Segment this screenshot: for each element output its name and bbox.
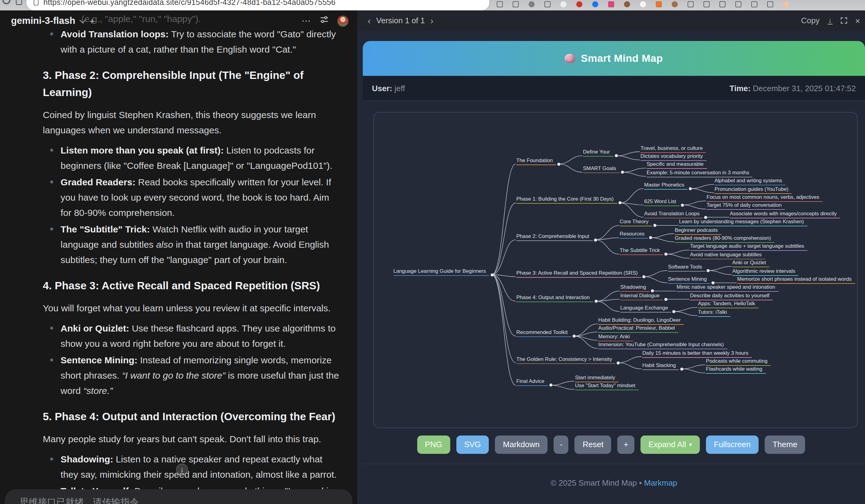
svg-button[interactable]: SVG: [456, 435, 489, 454]
mindmap-node[interactable]: The Foundation: [516, 157, 556, 165]
mindmap-node[interactable]: The Golden Rule: Consistency > Intensity: [516, 356, 615, 364]
mindmap-node[interactable]: Audio/Practical: Pimsleur, Babbel: [598, 325, 678, 333]
mindmap-node[interactable]: Tutors: iTalki: [698, 308, 730, 317]
mindmap-node-dot[interactable]: [616, 361, 619, 364]
version-next-icon[interactable]: ›: [430, 16, 434, 24]
png-button[interactable]: PNG: [417, 435, 450, 454]
-button[interactable]: +: [618, 435, 634, 454]
mindmap-node[interactable]: Shadowing: [620, 284, 650, 292]
mindmap-node[interactable]: Avoid native language subtitles: [690, 251, 765, 259]
mindmap-node[interactable]: Pronunciation guides (YouTube): [715, 186, 792, 194]
address-bar[interactable]: https://open-webui.yangtzedaidata.site/c…: [26, 0, 489, 10]
mindmap-node-dot[interactable]: [672, 310, 675, 313]
mindmap-node[interactable]: Associate words with images/concepts dir…: [730, 210, 840, 218]
message-input[interactable]: 思维接口已就绪，请传输指令。: [5, 489, 353, 504]
mindmap-node[interactable]: Sentence Mining: [668, 276, 710, 284]
mindmap-node[interactable]: Internal Dialogue: [620, 292, 663, 300]
mindmap-node[interactable]: Language Learning Guide for Beginners: [393, 268, 489, 276]
mindmap-node[interactable]: Learn by understanding messages (Stephen…: [679, 218, 807, 226]
mindmap-node[interactable]: Language Exchange: [620, 305, 671, 313]
scroll-to-bottom-button[interactable]: ↓: [176, 464, 188, 475]
mindmap-node[interactable]: Graded readers (80-90% comprehension): [675, 235, 774, 243]
mindmap-node[interactable]: Focus on most common nouns, verbs, adjec…: [706, 194, 823, 202]
model-name[interactable]: gemini-3-flash: [11, 15, 75, 26]
mindmap-node[interactable]: Daily 15 minutes is better than weekly 3…: [642, 350, 752, 358]
expand-icon[interactable]: [841, 17, 847, 24]
mindmap-node[interactable]: Start immediately: [575, 374, 619, 382]
mindmap-node[interactable]: Use "Start Today" mindset: [575, 382, 639, 390]
mindmap-node[interactable]: Podcasts while commuting: [706, 358, 771, 366]
new-chat-button[interactable]: +: [89, 15, 95, 26]
mindmap-node-dot[interactable]: [664, 253, 667, 256]
download-icon[interactable]: ↓: [828, 17, 833, 24]
mindmap-node[interactable]: Avoid Translation Loops: [644, 210, 703, 218]
expand-all-button[interactable]: Expand All▾: [641, 435, 700, 454]
user-avatar[interactable]: [337, 15, 349, 27]
theme-button[interactable]: Theme: [765, 435, 805, 454]
scissors-icon[interactable]: [767, 1, 773, 7]
mindmap-node-dot[interactable]: [664, 297, 667, 301]
mindmap-node[interactable]: Final Advice: [516, 378, 548, 386]
mindmap-node[interactable]: Immersion: YouTube (Comprehensible Input…: [598, 341, 727, 349]
mindmap-node-dot[interactable]: [706, 269, 709, 272]
tab-overview-icon[interactable]: [16, 0, 22, 5]
mindmap-node[interactable]: Example: 5-minute conversation in 3 mont…: [647, 169, 752, 177]
extension-icon[interactable]: [608, 1, 614, 7]
mindmap-node-dot[interactable]: [621, 171, 624, 174]
extension-icon[interactable]: [640, 1, 646, 7]
mindmap-node[interactable]: The Subtitle Trick: [620, 247, 663, 255]
extension-icon[interactable]: [512, 1, 519, 7]
copy-icon[interactable]: [735, 1, 741, 7]
mindmap-node[interactable]: SMART Goals: [583, 165, 620, 173]
mindmap-node[interactable]: Resources: [620, 231, 648, 238]
mindmap-node-dot[interactable]: [704, 215, 707, 219]
mindmap-node-dot[interactable]: [572, 335, 575, 338]
mindmap-node[interactable]: Beginner podcasts: [675, 227, 721, 235]
controls-sliders-icon[interactable]: [319, 15, 329, 27]
mindmap-node-dot[interactable]: [681, 203, 684, 207]
mindmap-node[interactable]: Habit Building: Duolingo, LingoDeer: [598, 317, 684, 325]
mindmap-node[interactable]: Algorithmic review intervals: [732, 268, 798, 276]
more-options-icon[interactable]: ⋯: [302, 15, 311, 26]
mindmap-node[interactable]: Mimic native speaker speed and intonatio…: [677, 284, 779, 292]
close-icon[interactable]: ×: [855, 15, 860, 25]
mindmap-node-dot[interactable]: [711, 281, 714, 284]
mindmap-node-dot[interactable]: [594, 238, 597, 241]
mindmap-node[interactable]: Habit Stacking: [642, 362, 679, 370]
mindmap-node-dot[interactable]: [557, 162, 560, 165]
mindmap-node[interactable]: Phase 1: Building the Core (First 30 Day…: [516, 196, 617, 204]
mindmap-node[interactable]: Specific and measurable: [647, 161, 707, 169]
mindmap-node[interactable]: Apps: Tandem, HelloTalk: [698, 300, 759, 308]
mindmap-node[interactable]: Software Tools: [668, 263, 705, 272]
extension-icon[interactable]: [656, 1, 662, 7]
fullscreen-button[interactable]: Fullscreen: [706, 435, 759, 454]
extension-icon[interactable]: [497, 1, 503, 7]
search-icon[interactable]: [529, 1, 535, 7]
extension-icon[interactable]: [560, 1, 566, 7]
reset-button[interactable]: Reset: [575, 435, 611, 454]
mindmap-node[interactable]: Travel, business, or culture: [641, 145, 706, 153]
mindmap-node[interactable]: Memorize short phrases instead of isolat…: [737, 276, 855, 284]
mindmap-node[interactable]: Target 75% of daily conversation: [706, 202, 785, 210]
copy-button[interactable]: Copy: [801, 16, 820, 25]
mindmap-node-dot[interactable]: [689, 187, 692, 190]
bookmark-star-icon[interactable]: [544, 1, 551, 7]
mindmap-node[interactable]: Master Phonetics: [644, 181, 688, 190]
mindmap-node[interactable]: Memory: Anki: [598, 333, 633, 341]
url-text[interactable]: https://open-webui.yangtzedaidata.site/c…: [44, 0, 336, 7]
share-icon[interactable]: [719, 1, 726, 7]
mindmap-node[interactable]: Dictates vocabulary priority: [641, 153, 706, 161]
download-icon[interactable]: [688, 1, 694, 7]
mindmap-node-dot[interactable]: [680, 367, 683, 370]
extension-icon[interactable]: [576, 1, 583, 7]
chevron-down-icon[interactable]: [80, 17, 86, 23]
mindmap-node[interactable]: Recommended Toolkit: [516, 329, 572, 337]
mindmap-node[interactable]: Phase 3: Active Recall and Spaced Repeti…: [516, 270, 641, 278]
mindmap-node-dot[interactable]: [642, 275, 645, 278]
mindmap-node[interactable]: Anki or Quizlet: [732, 259, 770, 267]
extension-icon[interactable]: [672, 1, 678, 7]
mindmap-node[interactable]: Target language audio + target language …: [690, 243, 807, 251]
mindmap-node[interactable]: 625 Word List: [644, 198, 680, 206]
mindmap-node[interactable]: Phase 2: Comprehensible Input: [516, 233, 593, 241]
mindmap-node[interactable]: Core Theory: [620, 218, 652, 226]
